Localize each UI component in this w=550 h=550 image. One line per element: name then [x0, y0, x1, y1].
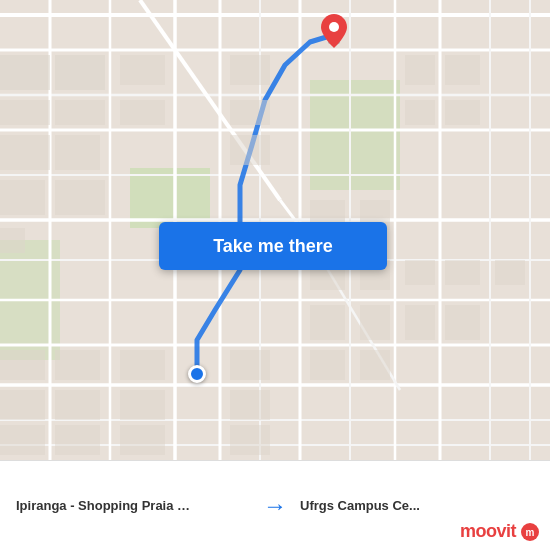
svg-rect-53 — [495, 260, 525, 285]
svg-rect-55 — [360, 305, 390, 340]
svg-rect-59 — [360, 350, 390, 380]
origin-marker — [188, 365, 206, 383]
svg-rect-71 — [230, 425, 270, 455]
svg-rect-48 — [445, 100, 480, 125]
svg-rect-33 — [0, 135, 50, 170]
svg-rect-64 — [0, 390, 45, 420]
svg-rect-34 — [55, 135, 100, 170]
svg-rect-47 — [445, 55, 480, 85]
svg-rect-29 — [0, 55, 50, 90]
svg-rect-60 — [0, 350, 45, 380]
svg-rect-38 — [120, 55, 165, 85]
svg-rect-51 — [405, 260, 435, 285]
svg-rect-41 — [230, 100, 270, 125]
bottom-bar: Ipiranga - Shopping Praia De ... → Ufrgs… — [0, 460, 550, 550]
destination-name: Ufrgs Campus Ce... — [300, 498, 480, 513]
svg-rect-68 — [0, 425, 45, 455]
destination-endpoint: Ufrgs Campus Ce... — [300, 490, 534, 521]
svg-rect-67 — [230, 390, 270, 420]
svg-rect-32 — [55, 100, 105, 125]
svg-rect-36 — [55, 180, 105, 215]
svg-rect-61 — [55, 350, 100, 380]
moovit-brand-text: moovit — [460, 521, 516, 542]
svg-rect-46 — [405, 100, 435, 125]
route-arrow: → — [250, 492, 300, 520]
svg-rect-65 — [55, 390, 100, 420]
svg-rect-69 — [55, 425, 100, 455]
svg-rect-30 — [55, 55, 105, 90]
map-container: Take me there © OpenStreetMap contributo… — [0, 0, 550, 460]
svg-rect-39 — [120, 100, 165, 125]
arrow-icon: → — [263, 492, 287, 520]
svg-rect-54 — [310, 305, 345, 340]
moovit-logo: moovit m — [460, 521, 540, 542]
svg-rect-56 — [405, 305, 435, 340]
svg-point-73 — [329, 22, 339, 32]
svg-rect-2 — [310, 80, 400, 190]
take-me-there-button[interactable]: Take me there — [159, 222, 387, 270]
svg-rect-58 — [310, 350, 345, 380]
moovit-logo-icon: m — [520, 522, 540, 542]
svg-rect-57 — [445, 305, 480, 340]
svg-rect-62 — [120, 350, 165, 380]
origin-name: Ipiranga - Shopping Praia De ... — [16, 498, 196, 513]
svg-rect-31 — [0, 100, 50, 125]
svg-rect-45 — [405, 55, 435, 85]
svg-rect-66 — [230, 350, 270, 380]
svg-rect-70 — [120, 425, 165, 455]
svg-rect-52 — [445, 260, 480, 285]
svg-rect-40 — [230, 55, 270, 85]
svg-rect-37 — [0, 228, 25, 253]
svg-rect-42 — [230, 135, 270, 165]
svg-rect-35 — [0, 180, 45, 215]
svg-rect-63 — [120, 390, 165, 420]
origin-endpoint: Ipiranga - Shopping Praia De ... — [16, 490, 250, 521]
svg-text:m: m — [526, 527, 535, 538]
